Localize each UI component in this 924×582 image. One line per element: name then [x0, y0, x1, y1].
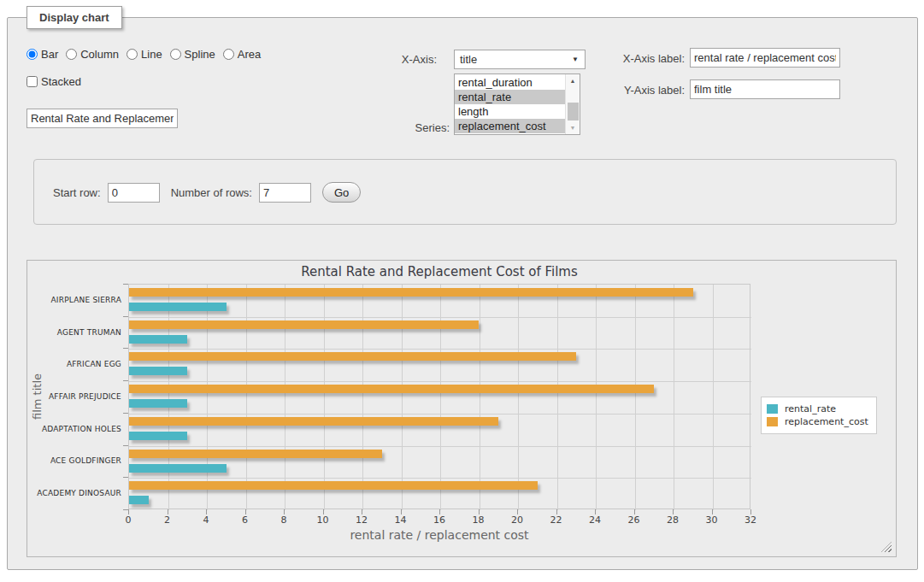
y-tick-label: AFFAIR PREJUDICE [27, 380, 121, 413]
x-tick-label: 32 [738, 514, 763, 526]
gridline-vertical [402, 285, 403, 510]
chart-type-area-radio[interactable] [223, 49, 234, 60]
x-axis-select[interactable]: title ▼ [454, 50, 586, 69]
gridline-horizontal [129, 414, 751, 414]
series-option-replacement_cost[interactable]: replacement_cost [455, 119, 565, 133]
go-button[interactable]: Go [322, 182, 361, 203]
x-tick-label: 28 [660, 514, 686, 526]
x-tick-label: 16 [427, 514, 452, 526]
x-tick-label: 8 [271, 514, 297, 526]
bar-replacement_cost [129, 481, 538, 490]
y-tick-label: AGENT TRUMAN [27, 316, 121, 349]
bar-rental_rate [129, 367, 187, 375]
gridline-vertical [285, 285, 285, 510]
chart-type-options: Bar Column Line Spline Area [26, 48, 268, 61]
chart-type-spline[interactable]: Spline [170, 48, 215, 61]
row-range-controls: Start row: Number of rows: Go [53, 182, 361, 203]
bar-rental_rate [129, 496, 149, 504]
chart-type-line-radio[interactable] [127, 49, 138, 60]
y-tick-mark [123, 380, 128, 381]
y-axis-label-label: Y-Axis label: [572, 84, 685, 97]
chart-type-line[interactable]: Line [127, 48, 162, 61]
x-axis-label-label: X-Axis label: [572, 52, 685, 65]
chart-title-input[interactable] [26, 109, 178, 128]
chart-type-bar[interactable]: Bar [26, 48, 58, 61]
legend-entry: rental_rate [767, 403, 868, 414]
x-tick-label: 6 [232, 514, 258, 526]
scroll-down-icon[interactable]: ▼ [566, 121, 580, 134]
series-option-rental_duration[interactable]: rental_duration [455, 75, 565, 90]
bar-replacement_cost [129, 320, 479, 329]
chart-type-area[interactable]: Area [223, 48, 261, 61]
gridline-vertical [596, 285, 597, 510]
resize-grip-icon[interactable] [881, 542, 892, 552]
chart-title: Rental Rate and Replacement Cost of Film… [128, 264, 750, 279]
row-range-panel: Start row: Number of rows: Go [33, 159, 897, 225]
series-option-length[interactable]: length [455, 104, 565, 119]
display-chart-panel: Display chart Bar Column Line Spline Are… [7, 17, 918, 570]
y-tick-mark [123, 413, 128, 414]
start-row-input[interactable] [108, 183, 160, 203]
gridline-vertical [635, 285, 636, 510]
gridline-vertical [440, 285, 441, 510]
gridline-horizontal [129, 349, 751, 350]
legend-entry: replacement_cost [767, 416, 868, 427]
x-axis-label-input[interactable] [690, 48, 840, 68]
x-tick-label: 24 [582, 514, 608, 526]
bar-replacement_cost [129, 288, 693, 297]
num-rows-input[interactable] [259, 183, 311, 203]
chart-x-axis-label: rental rate / replacement cost [128, 528, 750, 542]
x-tick-label: 14 [388, 514, 414, 526]
scrollbar-thumb[interactable] [568, 103, 579, 121]
x-tick-label: 2 [155, 514, 180, 526]
gridline-vertical [324, 285, 325, 510]
stacked-option[interactable]: Stacked [26, 75, 81, 88]
legend-label: rental_rate [785, 403, 836, 414]
bar-rental_rate [129, 464, 227, 473]
x-tick-label: 12 [349, 514, 374, 526]
gridline-horizontal [129, 446, 751, 447]
y-tick-mark [123, 316, 128, 317]
chart-type-column-radio[interactable] [66, 49, 77, 60]
stacked-checkbox[interactable] [26, 76, 38, 87]
gridline-vertical [362, 285, 363, 510]
panel-title: Display chart [26, 6, 122, 29]
legend-swatch [767, 417, 778, 426]
y-tick-mark [123, 477, 128, 478]
x-tick-label: 30 [699, 514, 725, 526]
y-tick-label: AFRICAN EGG [27, 348, 121, 380]
chart-type-spline-radio[interactable] [170, 49, 181, 60]
bar-replacement_cost [129, 352, 576, 361]
gridline-vertical [207, 285, 208, 510]
chart-type-bar-radio[interactable] [26, 49, 38, 60]
gridline-horizontal [129, 317, 751, 318]
bar-rental_rate [129, 399, 187, 408]
legend-swatch [767, 404, 778, 414]
bar-rental_rate [129, 303, 227, 311]
x-tick-label: 18 [466, 514, 491, 526]
chart-area: Rental Rate and Replacement Cost of Film… [26, 260, 897, 557]
series-option-rental_rate[interactable]: rental_rate [455, 90, 565, 104]
chart-type-line-label: Line [141, 48, 162, 61]
chart-type-column[interactable]: Column [66, 48, 119, 61]
gridline-horizontal [129, 478, 751, 479]
plot-area [128, 284, 750, 509]
gridline-horizontal [129, 381, 751, 382]
x-tick-label: 10 [310, 514, 336, 526]
bar-replacement_cost [129, 450, 382, 458]
start-row-label: Start row: [53, 186, 101, 199]
series-listbox[interactable]: rental_durationrental_ratelengthreplacem… [454, 73, 580, 135]
stacked-label: Stacked [41, 75, 81, 88]
y-tick-label: ADAPTATION HOLES [27, 413, 121, 445]
y-tick-mark [123, 284, 128, 285]
y-tick-mark [123, 445, 128, 446]
y-axis-label-input[interactable] [690, 79, 840, 99]
bar-rental_rate [129, 335, 187, 344]
series-options: rental_durationrental_ratelengthreplacem… [455, 75, 565, 134]
x-tick-label: 0 [115, 514, 141, 526]
chart-type-area-label: Area [238, 48, 261, 61]
gridline-vertical [246, 285, 247, 510]
series-list-label: Series: [345, 121, 450, 134]
x-axis-selected-value: title [460, 53, 477, 66]
x-tick-label: 22 [544, 514, 569, 526]
